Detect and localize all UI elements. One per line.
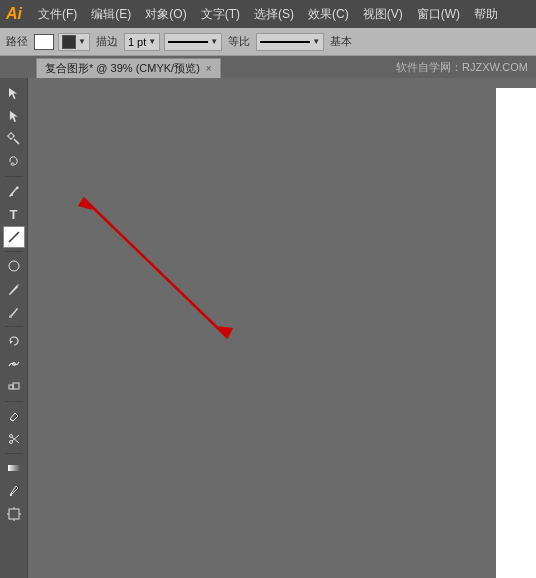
annotation-arrow — [28, 78, 536, 578]
svg-marker-26 — [218, 326, 233, 338]
tab-close-btn[interactable]: × — [206, 63, 212, 74]
menu-text[interactable]: 文字(T) — [195, 4, 246, 25]
scale-tool-btn[interactable] — [3, 376, 25, 398]
menu-object[interactable]: 对象(O) — [139, 4, 192, 25]
eyedropper-tool-btn[interactable] — [3, 480, 25, 502]
type-tool-btn[interactable]: T — [3, 203, 25, 225]
select-tool-btn[interactable] — [3, 82, 25, 104]
stroke-weight-dropdown[interactable]: 1 pt ▼ — [124, 33, 160, 51]
menu-help[interactable]: 帮助 — [468, 4, 504, 25]
stroke-label: 描边 — [94, 34, 120, 49]
svg-point-1 — [8, 134, 13, 139]
canvas-area[interactable] — [28, 78, 536, 578]
stroke-swatch — [62, 35, 76, 49]
menu-file[interactable]: 文件(F) — [32, 4, 83, 25]
svg-rect-19 — [10, 494, 12, 496]
ratio-dropdown[interactable]: ▼ — [256, 33, 324, 51]
direct-select-tool-btn[interactable] — [3, 105, 25, 127]
svg-marker-27 — [78, 198, 93, 210]
main-area: T — [0, 78, 536, 578]
menu-view[interactable]: 视图(V) — [357, 4, 409, 25]
stroke-style-dropdown[interactable]: ▼ — [164, 33, 222, 51]
tab-bar: 复合图形* @ 39% (CMYK/预览) × 软件自学网：RJZXW.COM — [0, 56, 536, 78]
line-tool-btn[interactable] — [3, 226, 25, 248]
tool-separator-2 — [5, 251, 23, 252]
stroke-weight-arrow: ▼ — [148, 37, 156, 46]
gradient-tool-btn[interactable] — [3, 457, 25, 479]
svg-line-25 — [83, 198, 228, 338]
title-bar: Ai 文件(F) 编辑(E) 对象(O) 文字(T) 选择(S) 效果(C) 视… — [0, 0, 536, 28]
menu-window[interactable]: 窗口(W) — [411, 4, 466, 25]
lasso-tool-btn[interactable] — [3, 151, 25, 173]
ratio-line-preview — [260, 41, 310, 43]
document-tab[interactable]: 复合图形* @ 39% (CMYK/预览) × — [36, 58, 221, 78]
svg-rect-20 — [9, 509, 19, 519]
ratio-dropdown-arrow: ▼ — [312, 37, 320, 46]
stroke-style-arrow: ▼ — [210, 37, 218, 46]
scissors-tool-btn[interactable] — [3, 428, 25, 450]
paintbrush-tool-btn[interactable] — [3, 301, 25, 323]
watermark-text: 软件自学网：RJZXW.COM — [396, 56, 528, 78]
svg-line-13 — [10, 419, 13, 421]
white-canvas — [496, 88, 536, 578]
menu-edit[interactable]: 编辑(E) — [85, 4, 137, 25]
left-toolbar: T — [0, 78, 28, 578]
magic-wand-tool-btn[interactable] — [3, 128, 25, 150]
tool-separator-5 — [5, 453, 23, 454]
svg-line-0 — [14, 139, 19, 144]
pencil-tool-btn[interactable] — [3, 278, 25, 300]
svg-rect-18 — [8, 465, 20, 471]
stroke-dropdown-arrow: ▼ — [78, 37, 86, 46]
svg-point-9 — [9, 315, 12, 318]
tool-separator-1 — [5, 176, 23, 177]
ratio-label: 等比 — [226, 34, 252, 49]
svg-point-8 — [9, 261, 19, 271]
eraser-tool-btn[interactable] — [3, 405, 25, 427]
stroke-weight-value: 1 pt — [128, 36, 146, 48]
ellipse-tool-btn[interactable] — [3, 255, 25, 277]
svg-line-7 — [9, 232, 19, 242]
svg-rect-11 — [9, 385, 13, 389]
toolbar: 路径 ▼ 描边 1 pt ▼ ▼ 等比 ▼ 基本 — [0, 28, 536, 56]
menu-bar: 文件(F) 编辑(E) 对象(O) 文字(T) 选择(S) 效果(C) 视图(V… — [32, 4, 504, 25]
rotate-tool-btn[interactable] — [3, 330, 25, 352]
stroke-dropdown[interactable]: ▼ — [58, 33, 90, 51]
base-label: 基本 — [328, 34, 354, 49]
tool-separator-4 — [5, 401, 23, 402]
svg-point-6 — [11, 194, 13, 196]
pen-tool-btn[interactable] — [3, 180, 25, 202]
fill-swatch[interactable] — [34, 34, 54, 50]
tab-label: 复合图形* @ 39% (CMYK/预览) — [45, 61, 200, 76]
path-label: 路径 — [4, 34, 30, 49]
stroke-line-preview — [168, 41, 208, 43]
tool-separator-3 — [5, 326, 23, 327]
ai-logo: Ai — [6, 5, 22, 23]
type-tool-icon: T — [10, 207, 18, 222]
artboard-tool-btn[interactable] — [3, 503, 25, 525]
menu-select[interactable]: 选择(S) — [248, 4, 300, 25]
svg-rect-12 — [13, 383, 19, 389]
warp-tool-btn[interactable] — [3, 353, 25, 375]
menu-effect[interactable]: 效果(C) — [302, 4, 355, 25]
